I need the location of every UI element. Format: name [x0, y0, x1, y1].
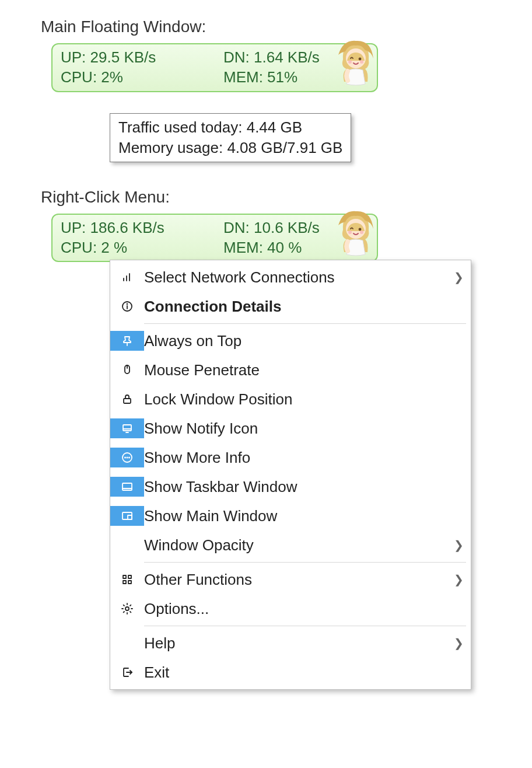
svg-point-13	[127, 304, 128, 305]
svg-rect-18	[123, 425, 131, 431]
grid-icon	[110, 570, 144, 589]
menu-separator	[144, 626, 466, 626]
blank-icon	[110, 633, 144, 653]
stat-memory: MEM: 40 %	[223, 238, 369, 258]
section-label-main-floating-window: Main Floating Window:	[41, 18, 491, 36]
more-circle-icon	[110, 448, 144, 467]
pin-icon	[110, 331, 144, 351]
menu-label: Show Notify Icon	[144, 420, 450, 438]
stat-memory: MEM: 51%	[223, 68, 369, 88]
menu-item-show-taskbar-window[interactable]: Show Taskbar Window	[110, 472, 471, 501]
stat-upload: UP: 29.5 KB/s	[61, 48, 206, 68]
stat-download: DN: 10.6 KB/s	[223, 218, 369, 238]
menu-item-show-main-window[interactable]: Show Main Window	[110, 501, 471, 530]
menu-label: Mouse Penetrate	[144, 361, 450, 379]
menu-item-help[interactable]: Help ❯	[110, 629, 471, 658]
menu-separator	[144, 562, 466, 563]
tray-icon	[110, 418, 144, 438]
stat-cpu: CPU: 2%	[61, 68, 206, 88]
svg-rect-29	[123, 575, 126, 578]
svg-point-24	[129, 458, 130, 458]
chevron-right-icon: ❯	[450, 636, 467, 650]
menu-item-lock-window-position[interactable]: Lock Window Position	[110, 385, 471, 414]
menu-label: Other Functions	[144, 571, 450, 589]
window-icon	[110, 506, 144, 526]
menu-item-always-on-top[interactable]: Always on Top	[110, 326, 471, 355]
menu-label: Show Main Window	[144, 507, 450, 525]
context-menu: Select Network Connections ❯ Connection …	[110, 260, 471, 690]
floating-window-1[interactable]: UP: 29.5 KB/s DN: 1.64 KB/s CPU: 2% MEM:…	[51, 43, 378, 92]
chevron-right-icon: ❯	[450, 572, 467, 587]
menu-label: Select Network Connections	[144, 268, 450, 287]
menu-label: Help	[144, 634, 450, 652]
menu-item-other-functions[interactable]: Other Functions ❯	[110, 565, 471, 594]
menu-item-connection-details[interactable]: Connection Details	[110, 292, 471, 321]
stat-upload: UP: 186.6 KB/s	[61, 218, 206, 238]
menu-item-exit[interactable]: Exit	[110, 658, 471, 687]
menu-label: Connection Details	[144, 298, 450, 316]
svg-rect-32	[128, 581, 131, 584]
menu-item-select-network-connections[interactable]: Select Network Connections ❯	[110, 263, 471, 292]
blank-icon	[110, 535, 144, 555]
gear-icon	[110, 599, 144, 619]
chevron-right-icon: ❯	[450, 270, 467, 284]
signal-bars-icon	[110, 267, 144, 287]
svg-point-23	[127, 458, 127, 458]
taskbar-icon	[110, 477, 144, 497]
floating-window-2[interactable]: UP: 186.6 KB/s DN: 10.6 KB/s CPU: 2 % ME…	[51, 214, 378, 263]
svg-rect-17	[124, 399, 131, 403]
tooltip-traffic: Traffic used today: 4.44 GB	[118, 117, 342, 138]
menu-label: Exit	[144, 664, 450, 682]
stat-download: DN: 1.64 KB/s	[223, 48, 369, 68]
menu-item-options[interactable]: Options...	[110, 594, 471, 623]
section-label-right-click-menu: Right-Click Menu:	[41, 188, 491, 207]
chevron-right-icon: ❯	[450, 538, 467, 552]
menu-item-window-opacity[interactable]: Window Opacity ❯	[110, 530, 471, 560]
svg-rect-27	[123, 512, 132, 519]
svg-point-33	[125, 607, 129, 610]
tooltip: Traffic used today: 4.44 GB Memory usage…	[110, 113, 351, 162]
mouse-icon	[110, 360, 144, 380]
svg-point-22	[125, 458, 125, 458]
svg-rect-28	[128, 515, 132, 519]
menu-label: Lock Window Position	[144, 390, 450, 409]
menu-item-mouse-penetrate[interactable]: Mouse Penetrate	[110, 355, 471, 385]
exit-icon	[110, 662, 144, 682]
stat-cpu: CPU: 2 %	[61, 238, 206, 258]
menu-label: Window Opacity	[144, 536, 450, 554]
menu-label: Always on Top	[144, 332, 450, 350]
menu-separator	[144, 323, 466, 324]
svg-rect-31	[123, 581, 126, 584]
svg-rect-25	[123, 483, 132, 490]
tooltip-memory: Memory usage: 4.08 GB/7.91 GB	[118, 138, 342, 158]
menu-label: Options...	[144, 600, 450, 618]
menu-label: Show More Info	[144, 449, 450, 467]
menu-label: Show Taskbar Window	[144, 478, 450, 496]
lock-icon	[110, 389, 144, 409]
info-icon	[110, 296, 144, 316]
menu-item-show-notify-icon[interactable]: Show Notify Icon	[110, 414, 471, 443]
svg-rect-30	[128, 575, 131, 578]
menu-item-show-more-info[interactable]: Show More Info	[110, 443, 471, 472]
